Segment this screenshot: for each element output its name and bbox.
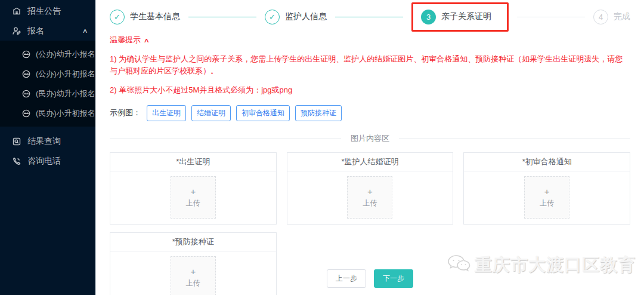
upload-button-marriage-cert[interactable]: + 上传 — [347, 176, 392, 219]
example-marriage-cert-button[interactable]: 结婚证明 — [191, 105, 231, 121]
sidebar-item-results[interactable]: 结果查询 — [0, 131, 95, 151]
step-connector — [188, 17, 256, 17]
face-icon — [21, 89, 31, 99]
upload-button-preliminary-notice[interactable]: + 上传 — [524, 176, 569, 219]
example-birth-cert-button[interactable]: 出生证明 — [147, 105, 186, 121]
sidebar-item-label: 结果查询 — [27, 136, 61, 147]
sidebar-item-label: 咨询电话 — [27, 156, 61, 167]
sidebar-item-label: 招生公告 — [27, 6, 61, 17]
result-search-icon — [12, 137, 21, 146]
sidebar-item-private-primary[interactable]: (民办)幼升小报名 — [0, 84, 95, 103]
app-window: 招生公告 报名 ∧ (公办)幼升小报名 (公办)小升初报名 — [0, 0, 644, 295]
sidebar-item-private-middle[interactable]: (民办)小升初报名 — [0, 103, 95, 123]
collapse-icon: ∧ — [143, 37, 150, 44]
notice-title-text: 温馨提示 — [110, 35, 141, 45]
step-label: 亲子关系证明 — [441, 11, 491, 22]
divider-line — [399, 138, 630, 139]
upload-card-title: *监护人结婚证明 — [287, 153, 453, 171]
plus-icon: + — [367, 187, 373, 196]
stepper: ✓ 学生基本信息 ✓ 监护人信息 3 亲子关系证明 4 完成 — [110, 0, 630, 33]
upload-card-body: + 上传 — [464, 171, 630, 224]
face-icon — [21, 109, 31, 118]
sidebar-item-announcements[interactable]: 招生公告 — [0, 1, 95, 21]
sidebar-item-public-middle[interactable]: (公办)小升初报名 — [0, 64, 95, 84]
signup-icon — [12, 26, 21, 36]
example-preliminary-notice-button[interactable]: 初审合格通知 — [236, 105, 290, 121]
step-student-info: ✓ 学生基本信息 — [110, 10, 180, 24]
check-icon: ✓ — [265, 10, 280, 24]
step-connector — [335, 17, 403, 17]
face-icon — [21, 69, 31, 79]
step-number: 4 — [593, 10, 608, 24]
face-icon — [21, 50, 31, 59]
sidebar: 招生公告 报名 ∧ (公办)幼升小报名 (公办)小升初报名 — [0, 0, 95, 295]
upload-label: 上传 — [540, 198, 554, 208]
phone-icon — [12, 156, 21, 166]
upload-button-birth-cert[interactable]: + 上传 — [171, 176, 216, 219]
section-divider: 图片内容区 — [110, 133, 630, 144]
divider-line — [110, 138, 341, 139]
chevron-up-icon: ∧ — [82, 27, 88, 34]
upload-card-title: *初审合格通知 — [464, 153, 630, 171]
upload-card-title: *预防接种证 — [110, 233, 276, 251]
sidebar-item-label: (民办)小升初报名 — [36, 108, 95, 119]
divider-title: 图片内容区 — [351, 133, 389, 144]
example-row: 示例图： 出生证明 结婚证明 初审合格通知 预防接种证 — [110, 105, 630, 121]
footer-actions: 上一步 下一步 — [96, 269, 644, 288]
step-complete: 4 完成 — [593, 10, 630, 24]
check-icon: ✓ — [110, 10, 125, 24]
notice-title[interactable]: 温馨提示 ∧ — [110, 35, 630, 45]
step-number: 3 — [421, 10, 436, 24]
example-label: 示例图： — [110, 107, 141, 118]
step-connector — [517, 17, 585, 17]
notice-line: 1) 为确认学生与监护人之间的亲子关系，您需上传学生的出生证明、监护人的结婚证图… — [110, 53, 630, 76]
main-content: ✓ 学生基本信息 ✓ 监护人信息 3 亲子关系证明 4 完成 — [95, 0, 644, 295]
sidebar-item-signup[interactable]: 报名 ∧ — [0, 21, 95, 41]
sidebar-item-label: (公办)小升初报名 — [36, 69, 95, 79]
announcement-icon — [12, 7, 21, 16]
notice-line: 2) 单张照片大小不超过5M并且格式必须为：jpg或png — [110, 84, 630, 96]
red-annotation-box: 3 亲子关系证明 — [411, 2, 509, 32]
notice: 温馨提示 ∧ 1) 为确认学生与监护人之间的亲子关系，您需上传学生的出生证明、监… — [110, 35, 630, 96]
plus-icon: + — [190, 187, 196, 196]
upload-card-birth-cert: *出生证明 + 上传 — [110, 152, 277, 225]
upload-card-marriage-cert: *监护人结婚证明 + 上传 — [287, 152, 454, 225]
step-label: 学生基本信息 — [130, 11, 180, 22]
sidebar-item-phone[interactable]: 咨询电话 — [0, 151, 95, 171]
upload-card-preliminary-notice: *初审合格通知 + 上传 — [463, 152, 630, 225]
step-label: 监护人信息 — [285, 11, 327, 22]
step-label: 完成 — [614, 11, 630, 22]
prev-step-button[interactable]: 上一步 — [327, 269, 366, 288]
next-step-button[interactable]: 下一步 — [374, 269, 413, 288]
upload-label: 上传 — [186, 198, 200, 208]
plus-icon: + — [544, 187, 550, 196]
sidebar-item-label: 报名 — [27, 26, 44, 36]
sidebar-submenu-signup: (公办)幼升小报名 (公办)小升初报名 (民办)幼升小报名 (民办)小升初报名 — [0, 41, 95, 127]
upload-card-body: + 上传 — [287, 171, 453, 224]
step-guardian-info: ✓ 监护人信息 — [265, 10, 327, 24]
sidebar-item-public-primary[interactable]: (公办)幼升小报名 — [0, 44, 95, 64]
example-vaccination-cert-button[interactable]: 预防接种证 — [295, 105, 342, 121]
sidebar-item-label: (民办)幼升小报名 — [36, 88, 95, 99]
step-relationship-proof: 3 亲子关系证明 — [421, 10, 491, 24]
upload-card-body: + 上传 — [110, 171, 276, 224]
upload-label: 上传 — [363, 198, 377, 208]
sidebar-item-label: (公办)幼升小报名 — [36, 49, 95, 60]
upload-card-title: *出生证明 — [110, 153, 276, 171]
